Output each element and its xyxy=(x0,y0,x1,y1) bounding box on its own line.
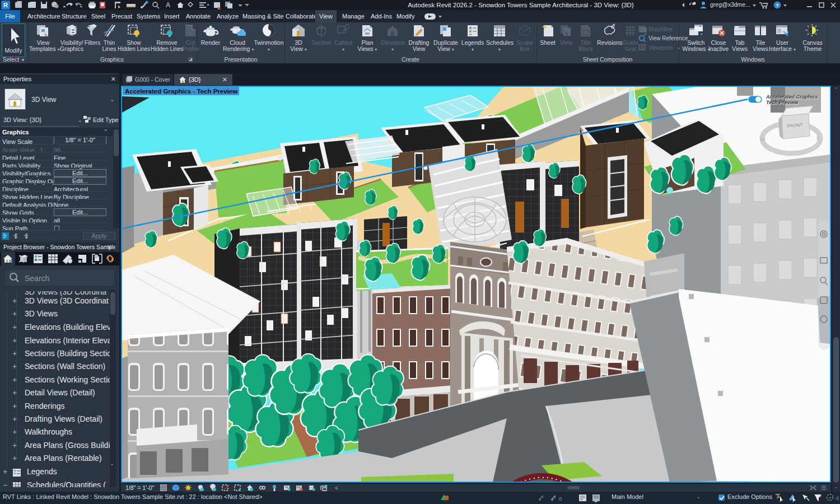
svg-text:Accelerated Graphics: Accelerated Graphics xyxy=(766,94,818,100)
svg-text:Tech Preview: Tech Preview xyxy=(766,100,799,105)
svg-text:E: E xyxy=(816,136,820,141)
svg-text:A: A xyxy=(166,1,170,9)
svg-text:W: W xyxy=(760,137,766,142)
svg-text:Accelerated Graphics - Tech Pr: Accelerated Graphics - Tech Preview xyxy=(125,88,237,95)
svg-text:▾: ▾ xyxy=(678,46,680,51)
svg-text:Viewports: Viewports xyxy=(648,45,673,51)
svg-text:Matchline: Matchline xyxy=(648,26,673,32)
svg-text::0: :0 xyxy=(558,496,562,502)
svg-text:<: < xyxy=(335,485,338,491)
svg-text:R: R xyxy=(3,2,8,8)
svg-text::0: :0 xyxy=(835,496,839,501)
